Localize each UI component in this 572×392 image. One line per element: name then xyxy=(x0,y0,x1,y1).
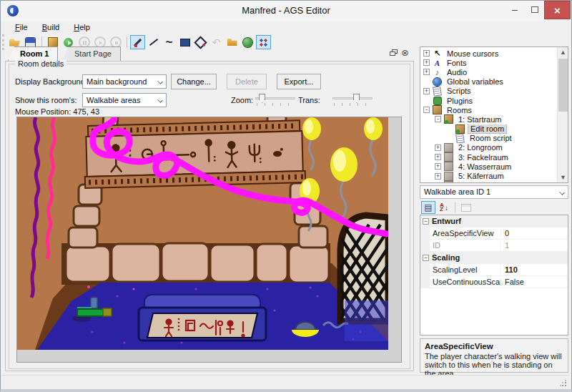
property-name: UseContinuousScalin xyxy=(430,278,501,286)
trans-slider-thumb[interactable] xyxy=(353,94,360,103)
category-entwurf[interactable]: −Entwurf xyxy=(420,215,568,227)
project-tree-box: +Mouse cursors+Fonts+AudioGlobal variabl… xyxy=(420,46,568,183)
tree-item-label: 2: Longroom xyxy=(456,143,505,152)
chevron-down-icon xyxy=(157,79,163,84)
zoom-slider[interactable] xyxy=(255,93,295,107)
categorized-view-icon[interactable] xyxy=(421,201,435,214)
collapse-icon[interactable]: − xyxy=(423,255,429,261)
tree-item-rooms[interactable]: -Rooms xyxy=(420,105,556,114)
tree-item-audio[interactable]: +Audio xyxy=(420,67,556,77)
property-row-areaspecificview[interactable]: AreaSpecificView0 xyxy=(420,227,568,240)
tree-item-plugins[interactable]: Plugins xyxy=(420,96,556,105)
tree-item-3-fackelraum[interactable]: +3: Fackelraum xyxy=(420,152,556,162)
property-description: AreaSpecificView The player character's … xyxy=(420,338,568,373)
room-gray-icon xyxy=(444,172,453,180)
expand-icon[interactable]: + xyxy=(435,154,441,160)
tree-item-room-script[interactable]: Room script xyxy=(420,134,556,143)
tree-item-fonts[interactable]: +Fonts xyxy=(420,58,556,67)
room-active-icon xyxy=(455,124,465,133)
tree-item-label: Audio xyxy=(445,68,469,77)
display-background-label: Display Background: xyxy=(15,77,87,86)
expand-icon[interactable]: + xyxy=(435,173,441,180)
alphabetical-sort-icon[interactable]: AZ↓ xyxy=(437,201,451,214)
room-details-group: Room details Display Background: Main ba… xyxy=(9,64,410,369)
chevron-down-icon xyxy=(559,190,565,195)
show-room-select[interactable]: Walkable areas xyxy=(82,93,167,107)
window-list-icon[interactable] xyxy=(390,49,398,57)
maximize-button[interactable] xyxy=(526,1,544,18)
tree-item-label: Rooms xyxy=(445,106,474,114)
menu-help[interactable]: Help xyxy=(68,21,96,34)
category-label: Scaling xyxy=(432,253,460,262)
tree-item-2-longroom[interactable]: +2: Longroom xyxy=(420,143,556,152)
collapse-icon[interactable]: - xyxy=(435,116,441,122)
tree-item-global-variables[interactable]: Global variables xyxy=(420,77,556,87)
delete-background-button[interactable]: Delete xyxy=(227,74,267,89)
tree-item-5-käferraum[interactable]: +5: Käferraum xyxy=(420,171,556,180)
property-name: ID xyxy=(430,241,501,250)
display-background-select[interactable]: Main background xyxy=(82,74,167,89)
tree-item-label: Edit room xyxy=(468,124,507,134)
minimize-button[interactable]: – xyxy=(506,1,524,18)
close-tab-icon[interactable]: ⊗ xyxy=(401,49,409,57)
tree-item-6-ti[interactable]: +6: Ti xyxy=(420,181,556,183)
expand-icon[interactable]: + xyxy=(435,144,441,151)
title-bar[interactable]: Manfred - AGS Editor – × xyxy=(1,1,571,21)
tree-item-scripts[interactable]: +Scripts xyxy=(420,87,556,96)
category-label: Entwurf xyxy=(432,217,461,225)
scroll-down-icon[interactable]: ▼ xyxy=(558,172,568,182)
trans-slider[interactable] xyxy=(332,93,373,107)
tree-item-label: 5: Käferraum xyxy=(456,172,506,180)
export-background-button[interactable]: Export... xyxy=(277,74,321,89)
menu-build[interactable]: Build xyxy=(36,21,65,34)
toolbar-separator xyxy=(455,202,455,212)
description-body: The player character's walking view will… xyxy=(425,352,563,378)
expand-icon[interactable]: + xyxy=(423,50,430,57)
tree-item-label: 3: Fackelraum xyxy=(456,153,511,162)
property-value[interactable]: 1 xyxy=(501,241,509,250)
property-name: ScalingLevel xyxy=(430,265,501,274)
tree-item-1-startraum[interactable]: -1: Startraum xyxy=(420,114,556,124)
property-row-scalinglevel[interactable]: ScalingLevel110 xyxy=(420,264,568,276)
room-canvas[interactable] xyxy=(16,117,402,363)
row-gutter xyxy=(420,227,430,239)
row-gutter xyxy=(420,276,430,288)
tree-item-mouse-cursors[interactable]: +Mouse cursors xyxy=(420,49,556,58)
property-row-usecontinuousscalin[interactable]: UseContinuousScalinFalse xyxy=(420,276,568,288)
property-value[interactable]: False xyxy=(501,278,524,286)
close-button[interactable]: × xyxy=(544,1,571,19)
room-gray-icon xyxy=(444,162,453,171)
tree-item-4-wasserraum[interactable]: +4: Wasserraum xyxy=(420,162,556,171)
script-icon xyxy=(433,87,442,95)
property-pages-icon[interactable] xyxy=(459,201,473,214)
property-grid: −EntwurfAreaSpecificView0ID1−ScalingScal… xyxy=(420,215,568,335)
collapse-icon[interactable]: - xyxy=(423,107,430,113)
collapse-icon[interactable]: − xyxy=(423,218,429,225)
walkable-area-select[interactable]: Walkable area ID 1 xyxy=(420,185,568,199)
property-value[interactable]: 0 xyxy=(501,229,509,237)
script-icon xyxy=(455,134,465,142)
tree-scrollbar[interactable]: ▲ ▼ xyxy=(557,47,568,182)
menu-file[interactable]: File xyxy=(9,21,34,34)
expand-icon[interactable]: + xyxy=(423,59,430,66)
change-background-button[interactable]: Change... xyxy=(171,74,217,89)
zoom-slider-thumb[interactable] xyxy=(259,94,265,103)
tree-item-edit-room[interactable]: Edit room xyxy=(420,124,556,134)
tab-room-1[interactable]: Room 1 xyxy=(8,46,58,61)
zoom-label: Zoom: xyxy=(231,96,253,104)
scroll-thumb[interactable] xyxy=(558,59,568,112)
property-value[interactable]: 110 xyxy=(501,265,518,274)
resize-grip[interactable] xyxy=(560,380,567,387)
property-row-id[interactable]: ID1 xyxy=(420,240,568,252)
document-tabs: Room 1Start Page xyxy=(5,46,413,61)
expand-icon[interactable]: + xyxy=(435,182,441,183)
category-scaling[interactable]: −Scaling xyxy=(420,252,568,264)
expand-icon[interactable]: + xyxy=(423,88,430,94)
tree-item-label: Room script xyxy=(468,134,514,142)
scroll-up-icon[interactable]: ▲ xyxy=(558,47,568,57)
window-title: Manfred - AGS Editor xyxy=(1,5,571,16)
tab-start-page[interactable]: Start Page xyxy=(62,46,121,61)
expand-icon[interactable]: + xyxy=(423,69,430,75)
status-bar xyxy=(2,375,570,389)
expand-icon[interactable]: + xyxy=(435,163,441,170)
